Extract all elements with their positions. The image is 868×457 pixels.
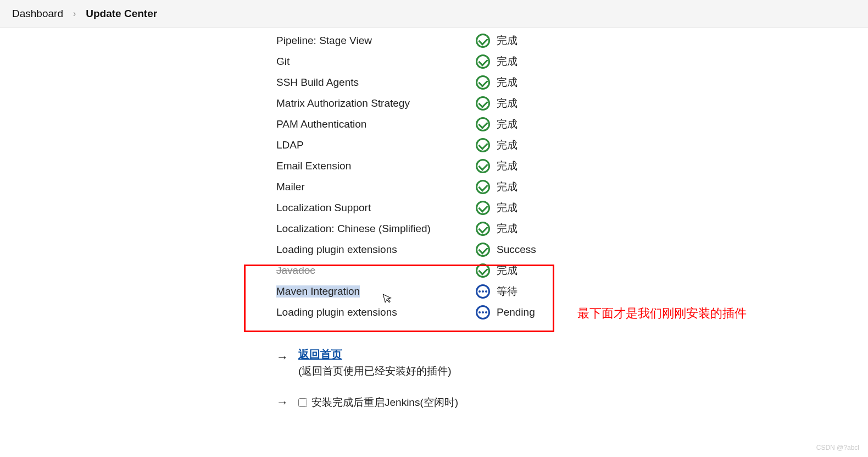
plugin-name: LDAP [276, 139, 304, 151]
plugin-row: LDAP完成 [0, 135, 868, 156]
plugin-row: Loading plugin extensionsSuccess [0, 239, 868, 260]
plugin-name: Maven Integration [276, 285, 360, 298]
restart-checkbox[interactable] [298, 398, 307, 407]
pending-icon [476, 305, 490, 320]
plugin-status: 完成 [497, 96, 518, 111]
plugin-name: Javadoc [276, 265, 315, 277]
plugin-row: Localization Support完成 [0, 197, 868, 218]
plugin-status: 完成 [497, 117, 518, 131]
plugin-status: Success [497, 244, 536, 256]
plugin-status: 完成 [497, 201, 518, 215]
plugin-name: Loading plugin extensions [276, 244, 397, 256]
plugin-row: SSH Build Agents完成 [0, 72, 868, 93]
plugin-status: 完成 [497, 222, 518, 236]
plugin-status: 完成 [497, 138, 518, 152]
check-circle-icon [476, 159, 490, 173]
plugin-row: Mailer完成 [0, 177, 868, 197]
plugin-status: 完成 [497, 54, 518, 69]
plugin-status: 完成 [497, 180, 518, 194]
breadcrumb-dashboard[interactable]: Dashboard [12, 8, 63, 20]
plugin-status: 完成 [497, 75, 518, 90]
check-circle-icon [476, 54, 490, 69]
check-circle-icon [476, 117, 490, 131]
check-circle-icon [476, 34, 490, 48]
plugin-name: Email Extension [276, 160, 351, 172]
plugin-name: Localization: Chinese (Simplified) [276, 223, 431, 235]
check-circle-icon [476, 138, 490, 152]
check-circle-icon [476, 222, 490, 236]
pending-icon [476, 284, 490, 299]
breadcrumb: Dashboard › Update Center [0, 0, 868, 28]
plugin-name: Loading plugin extensions [276, 306, 397, 318]
plugin-status: 完成 [497, 34, 518, 48]
plugin-row: Maven Integration等待 [0, 281, 868, 302]
plugin-name: Pipeline: Stage View [276, 35, 372, 47]
check-circle-icon [476, 263, 490, 278]
plugin-row: Localization: Chinese (Simplified)完成 [0, 218, 868, 239]
plugin-status: Pending [497, 306, 535, 318]
plugin-status: 等待 [497, 284, 518, 299]
back-home-link[interactable]: 返回首页 [298, 347, 452, 362]
chevron-right-icon: › [73, 9, 76, 19]
plugin-row: PAM Authentication完成 [0, 114, 868, 135]
plugin-row: Pipeline: Stage View完成 [0, 30, 868, 51]
plugin-name: SSH Build Agents [276, 76, 359, 89]
plugin-list: Pipeline: Stage View完成Git完成SSH Build Age… [0, 30, 868, 323]
plugin-row: Javadoc完成 [0, 260, 868, 281]
plugin-status: 完成 [497, 159, 518, 173]
main-content: Pipeline: Stage View完成Git完成SSH Build Age… [0, 28, 868, 412]
plugin-row: Git完成 [0, 51, 868, 72]
watermark: CSDN @?abcl [816, 444, 859, 452]
plugin-row: Email Extension完成 [0, 156, 868, 177]
check-circle-icon [476, 180, 490, 194]
plugin-name: Mailer [276, 181, 305, 193]
back-home-desc: (返回首页使用已经安装好的插件) [298, 364, 452, 378]
check-circle-icon [476, 201, 490, 215]
plugin-status: 完成 [497, 263, 518, 278]
check-circle-icon [476, 96, 490, 111]
arrow-right-icon: → [276, 395, 288, 410]
footer-actions: → 返回首页 (返回首页使用已经安装好的插件) → 安装完成后重启Jenkins… [0, 347, 868, 412]
arrow-right-icon: → [276, 350, 288, 365]
plugin-row: Matrix Authorization Strategy完成 [0, 93, 868, 114]
plugin-name: Matrix Authorization Strategy [276, 97, 410, 109]
plugin-name: PAM Authentication [276, 118, 366, 130]
check-circle-icon [476, 243, 490, 257]
annotation-text: 最下面才是我们刚刚安装的插件 [577, 305, 747, 322]
breadcrumb-update-center[interactable]: Update Center [86, 8, 157, 20]
plugin-name: Git [276, 56, 290, 68]
restart-label: 安装完成后重启Jenkins(空闲时) [311, 395, 458, 410]
plugin-name: Localization Support [276, 202, 371, 214]
check-circle-icon [476, 75, 490, 90]
